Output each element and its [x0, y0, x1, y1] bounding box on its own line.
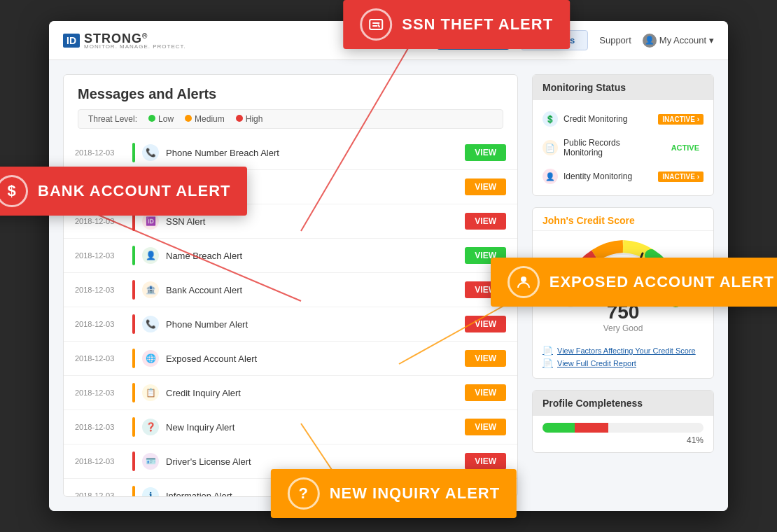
alert-indicator	[132, 314, 135, 334]
ssn-alert-text: SSN THEFT ALERT	[402, 15, 553, 34]
account-icon: 👤	[643, 34, 657, 48]
report-icon: 📄	[542, 358, 553, 368]
alert-row: 2018-12-03 📞 Phone Number Alert VIEW	[64, 307, 517, 342]
alert-indicator	[132, 486, 135, 496]
alert-date: 2018-12-03	[75, 320, 125, 328]
monitoring-icon: 📄	[542, 140, 558, 155]
bank-alert-icon: $	[0, 175, 28, 207]
dot-medium-icon	[185, 115, 192, 122]
alert-row: 2018-12-03 🏦 Bank Account Alert VIEW	[64, 273, 517, 307]
alert-name: Phone Number Breach Alert	[166, 148, 458, 158]
alert-icon: 🪪	[142, 453, 159, 470]
monitoring-item: 💲 Credit Monitoring INACTIVE ›	[533, 106, 713, 132]
logo-id: ID	[63, 34, 80, 48]
report-link[interactable]: 📄 View Full Credit Report	[542, 358, 704, 368]
alert-indicator	[132, 417, 135, 437]
monitoring-item: 📄 Public Records Monitoring ACTIVE	[533, 132, 713, 163]
threat-medium: Medium	[185, 114, 225, 124]
alert-icon: 🏦	[142, 281, 159, 298]
alert-icon: 📞	[142, 316, 159, 332]
monitoring-label: Identity Monitoring	[564, 172, 652, 181]
alert-name: Bank Account Alert	[166, 285, 458, 295]
monitoring-label: Credit Monitoring	[564, 114, 652, 124]
alert-indicator	[132, 451, 135, 471]
profile-bar-green	[542, 423, 575, 433]
dot-high-icon	[236, 115, 243, 122]
bank-account-alert: $ BANK ACCOUNT ALERT	[0, 167, 247, 216]
profile-bar	[542, 423, 704, 433]
profile-card: Profile Completeness 41%	[532, 390, 714, 453]
alert-name: New Inquiry Alert	[166, 422, 458, 433]
view-button[interactable]: VIEW	[465, 350, 506, 367]
alert-icon: 👤	[142, 247, 159, 264]
dot-low-icon	[148, 115, 155, 122]
threat-label: Threat Level:	[88, 114, 137, 124]
view-button[interactable]: VIEW	[465, 453, 506, 470]
alert-name: Exposed Account Alert	[166, 354, 458, 364]
alert-icon: ℹ	[142, 487, 159, 496]
monitoring-items: 💲 Credit Monitoring INACTIVE › 📄 Public …	[533, 100, 713, 195]
ssn-theft-alert: SSN THEFT ALERT	[343, 0, 570, 49]
svg-rect-2	[370, 20, 382, 29]
alert-icon: 📞	[142, 144, 159, 161]
threat-high: High	[236, 114, 263, 124]
new-inquiry-alert: ? NEW INQUIRY ALERT	[271, 469, 517, 518]
view-button[interactable]: VIEW	[465, 419, 506, 435]
profile-content: 41%	[533, 416, 713, 452]
profile-bar-red	[575, 423, 608, 433]
panel-header: Messages and Alerts Threat Level: Low Me…	[64, 75, 517, 136]
logo-tagline: MONITOR. MANAGE. PROTECT.	[84, 43, 186, 50]
monitoring-label: Public Records Monitoring	[564, 138, 662, 158]
inquiry-alert-text: NEW INQUIRY ALERT	[330, 484, 500, 503]
monitoring-card: Monitoring Status 💲 Credit Monitoring IN…	[532, 74, 714, 196]
inquiry-alert-icon: ?	[288, 477, 320, 510]
view-button[interactable]: VIEW	[465, 144, 506, 161]
alert-indicator	[132, 383, 135, 402]
view-button[interactable]: VIEW	[465, 213, 506, 230]
alert-name: Credit Inquiry Alert	[166, 388, 458, 398]
support-link[interactable]: Support	[599, 35, 631, 46]
credit-card-header: John's Credit Score	[533, 208, 713, 231]
monitoring-item: 👤 Identity Monitoring INACTIVE ›	[533, 163, 713, 190]
alert-date: 2018-12-03	[75, 217, 125, 225]
alert-date: 2018-12-03	[75, 354, 125, 363]
profile-percent: 41%	[542, 435, 704, 445]
alert-icon: ❓	[142, 419, 159, 435]
svg-line-5	[378, 24, 379, 27]
status-badge[interactable]: INACTIVE ›	[658, 172, 704, 182]
view-button[interactable]: VIEW	[465, 178, 506, 195]
alert-name: Phone Number Alert	[166, 319, 458, 330]
account-menu[interactable]: 👤 My Account ▾	[643, 34, 714, 48]
factors-link[interactable]: 📄 View Factors Affecting Your Credit Sco…	[542, 346, 704, 356]
bank-alert-text: BANK ACCOUNT ALERT	[38, 182, 230, 200]
alert-icon: 🌐	[142, 350, 159, 367]
panel-title: Messages and Alerts	[78, 86, 503, 102]
alert-date: 2018-12-03	[75, 251, 125, 260]
alert-date: 2018-12-03	[75, 457, 125, 465]
exposed-account-alert: EXPOSED ACCOUNT ALERT	[491, 258, 777, 307]
alert-indicator	[132, 143, 135, 162]
document-icon: 📄	[542, 346, 553, 356]
alert-name: Driver's License Alert	[166, 456, 458, 467]
view-button[interactable]: VIEW	[465, 384, 506, 401]
credit-owner: John's	[542, 215, 574, 226]
ssn-alert-icon	[360, 8, 392, 41]
view-button[interactable]: VIEW	[465, 316, 506, 332]
exposed-alert-icon	[507, 266, 540, 298]
monitoring-icon: 👤	[542, 169, 558, 184]
alert-date: 2018-12-03	[75, 388, 125, 397]
alert-indicator	[132, 349, 135, 368]
status-badge[interactable]: INACTIVE ›	[658, 114, 704, 125]
alert-date: 2018-12-03	[75, 423, 125, 431]
alert-date: 2018-12-03	[75, 286, 125, 294]
alert-indicator	[132, 246, 135, 265]
alert-row: 2018-12-03 🌐 Exposed Account Alert VIEW	[64, 342, 517, 376]
alert-name: Name Breach Alert	[166, 251, 458, 261]
credit-links: 📄 View Factors Affecting Your Credit Sco…	[533, 342, 713, 378]
left-panel: Messages and Alerts Threat Level: Low Me…	[63, 74, 518, 497]
chevron-down-icon: ▾	[709, 35, 714, 46]
credit-title: John's Credit Score	[542, 215, 704, 226]
logo: ID STRONG® MONITOR. MANAGE. PROTECT.	[63, 31, 186, 50]
alert-row: 2018-12-03 📞 Phone Number Breach Alert V…	[64, 136, 517, 170]
threat-level-bar: Threat Level: Low Medium High	[78, 109, 503, 129]
